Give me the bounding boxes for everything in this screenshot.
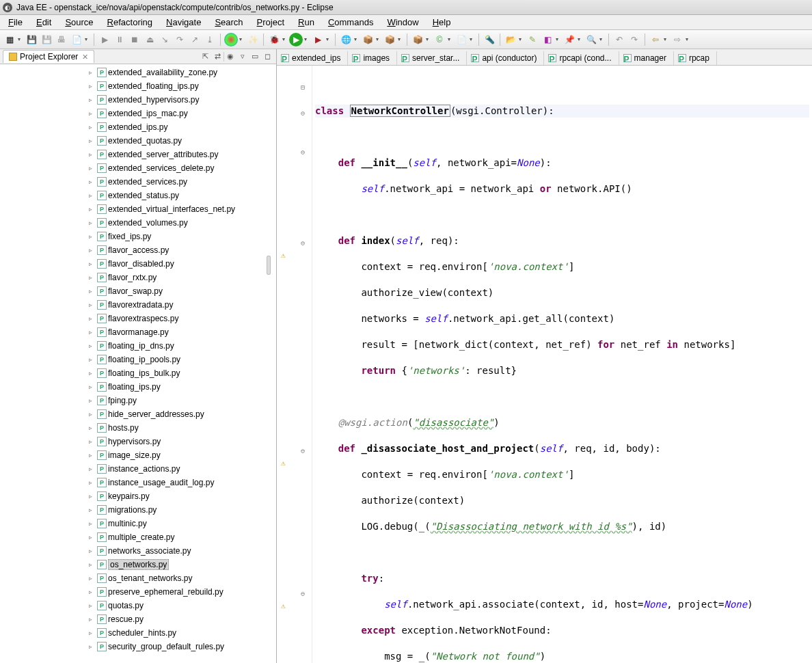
tree-item[interactable]: ▹Pflavor_disabled.py [0, 257, 276, 271]
tree-item[interactable]: ▹Pextended_virtual_interfaces_net.py [0, 202, 276, 216]
tree-item[interactable]: ▹Pextended_quotas.py [0, 134, 276, 148]
tree-item[interactable]: ▹Pflavor_swap.py [0, 284, 276, 298]
focus-task-icon[interactable]: ◉ [224, 51, 236, 63]
fold-icon[interactable]: ⊖ [301, 146, 309, 154]
editor-tab[interactable]: Pserver_star... [397, 51, 467, 65]
menu-source[interactable]: Source [58, 16, 100, 29]
fold-icon[interactable]: ⊖ [301, 236, 309, 245]
tree-item[interactable]: ▹Phypervisors.py [0, 435, 276, 448]
stop-server[interactable]: 📦 [383, 33, 396, 46]
tree-item[interactable]: ▹Pextended_server_attributes.py [0, 148, 276, 161]
editor-tab[interactable]: Pextended_ips [277, 51, 348, 65]
drop-frame[interactable]: ⤓ [203, 33, 217, 46]
main-toolbar[interactable]: ▦▾ 💾 💾 🖶 📄▾ ▶ ⏸ ⏹ ⏏ ↘ ↷ ↗ ⤓ ▾ ✨ 🐞▾ ▶▾ ▶▾… [0, 30, 812, 49]
expand-icon[interactable]: ▹ [89, 397, 96, 404]
tree-item[interactable]: ▹Pfloating_ip_pools.py [0, 353, 276, 366]
expand-icon[interactable]: ▹ [89, 83, 96, 90]
back-dd[interactable]: ▾ [664, 36, 669, 42]
tree-item[interactable]: ▹Pflavor_access.py [0, 243, 276, 257]
expand-icon[interactable]: ▹ [89, 233, 96, 240]
expand-icon[interactable]: ▹ [89, 630, 96, 636]
expand-icon[interactable]: ▹ [89, 547, 96, 554]
expand-icon[interactable]: ▹ [89, 370, 96, 377]
new-class[interactable]: © [433, 33, 446, 46]
tree-item[interactable]: ▹Pflavor_rxtx.py [0, 271, 276, 284]
menubar[interactable]: FileEditSourceRefactoringNavigateSearchP… [0, 15, 812, 30]
tree-item[interactable]: ▹Pos_networks.py [0, 558, 276, 571]
editor-tab[interactable]: Prpcap [674, 51, 717, 65]
tree-item[interactable]: ▹Pextended_availability_zone.py [0, 66, 276, 79]
editor-tab[interactable]: Prpcapi (cond... [544, 51, 619, 65]
expand-icon[interactable]: ▹ [89, 274, 96, 281]
editor-tab[interactable]: Pmanager [619, 51, 674, 65]
build-button[interactable]: 📄 [70, 33, 83, 46]
project-explorer-tab[interactable]: Project Explorer ✕ [3, 50, 94, 63]
tree-item[interactable]: ▹Pquotas.py [0, 599, 276, 612]
menu-edit[interactable]: Edit [29, 16, 58, 29]
expand-icon[interactable]: ▹ [89, 219, 96, 226]
menu-navigate[interactable]: Navigate [159, 16, 208, 29]
expand-icon[interactable]: ▹ [89, 479, 96, 486]
fwd-dd[interactable]: ▾ [686, 36, 691, 42]
expand-icon[interactable]: ▹ [89, 315, 96, 322]
menu-run[interactable]: Run [291, 16, 321, 29]
fold-icon[interactable]: ⊖ [301, 587, 309, 595]
expand-icon[interactable]: ▹ [89, 424, 96, 431]
wand-button[interactable]: ✨ [246, 33, 260, 46]
tree-item[interactable]: ▹Pextended_floating_ips.py [0, 79, 276, 93]
expand-icon[interactable]: ▹ [89, 411, 96, 418]
palette-button[interactable] [224, 33, 238, 46]
tree-item[interactable]: ▹Pimage_size.py [0, 448, 276, 462]
menu-commands[interactable]: Commands [321, 16, 380, 29]
filter-dd[interactable]: ▾ [599, 36, 605, 42]
gutter[interactable]: ⊟⊖⊖⊖⊖⊖⚠⚠⚠ [277, 66, 312, 663]
pkg-dd[interactable]: ▾ [426, 36, 431, 42]
debug-stop[interactable]: ⏹ [128, 33, 141, 46]
new-button[interactable]: ▦ [3, 33, 16, 46]
tree-item[interactable]: ▹Pinstance_usage_audit_log.py [0, 476, 276, 489]
expand-icon[interactable]: ▹ [89, 506, 96, 513]
menu-help[interactable]: Help [426, 16, 458, 29]
code-editor[interactable]: ⊟⊖⊖⊖⊖⊖⚠⚠⚠ class NetworkController(wsgi.C… [277, 66, 812, 663]
tree-item[interactable]: ▹Pnetworks_associate.py [0, 544, 276, 558]
back-button[interactable]: ⇦ [649, 33, 662, 46]
tree-item[interactable]: ▹Pscheduler_hints.py [0, 626, 276, 640]
editor-tab[interactable]: Pimages [348, 51, 397, 65]
server-dd[interactable]: ▾ [354, 36, 360, 42]
expand-icon[interactable]: ▹ [89, 69, 96, 76]
file-dd[interactable]: ▾ [470, 36, 475, 42]
expand-icon[interactable]: ▹ [89, 452, 96, 459]
pin[interactable]: 📌 [563, 33, 576, 46]
tree-item[interactable]: ▹Pflavormanage.py [0, 325, 276, 339]
open-type[interactable]: 📂 [504, 33, 517, 46]
debug-resume[interactable]: ▶ [98, 33, 111, 46]
new-dropdown[interactable]: ▾ [18, 36, 23, 42]
view-menu-icon[interactable]: ▿ [236, 51, 249, 63]
expand-icon[interactable]: ▹ [89, 124, 96, 131]
expand-icon[interactable]: ▹ [89, 247, 96, 254]
print-button[interactable]: 🖶 [55, 33, 68, 46]
maximize-icon[interactable]: ◻ [261, 51, 273, 63]
tree-item[interactable]: ▹Pfloating_ip_dns.py [0, 339, 276, 353]
expand-icon[interactable]: ▹ [89, 96, 96, 103]
warning-icon[interactable]: ⚠ [281, 457, 290, 466]
tree-item[interactable]: ▹Pflavorextradata.py [0, 298, 276, 312]
expand-icon[interactable]: ▹ [89, 206, 96, 213]
expand-icon[interactable]: ▹ [89, 616, 96, 623]
editor-tab-bar[interactable]: Pextended_ipsPimagesPserver_star...Papi … [277, 49, 812, 66]
debug-pause[interactable]: ⏸ [113, 33, 126, 46]
run-last[interactable]: ▶ [311, 33, 325, 46]
tree-item[interactable]: ▹Ppreserve_ephemeral_rebuild.py [0, 585, 276, 599]
pin-dd[interactable]: ▾ [578, 36, 583, 42]
tree-item[interactable]: ▹Pmultinic.py [0, 517, 276, 530]
expand-icon[interactable]: ▹ [89, 602, 96, 609]
expand-icon[interactable]: ▹ [89, 588, 96, 595]
tree-item[interactable]: ▹Pkeypairs.py [0, 489, 276, 503]
step-over[interactable]: ↷ [173, 33, 187, 46]
run-dd[interactable]: ▾ [304, 36, 310, 42]
expand-icon[interactable]: ▹ [89, 342, 96, 349]
tree-item[interactable]: ▹Pflavorextraspecs.py [0, 312, 276, 325]
tree-item[interactable]: ▹Pextended_services.py [0, 175, 276, 189]
ot-dd[interactable]: ▾ [519, 36, 524, 42]
link-editor-icon[interactable]: ⇄ [211, 51, 224, 63]
